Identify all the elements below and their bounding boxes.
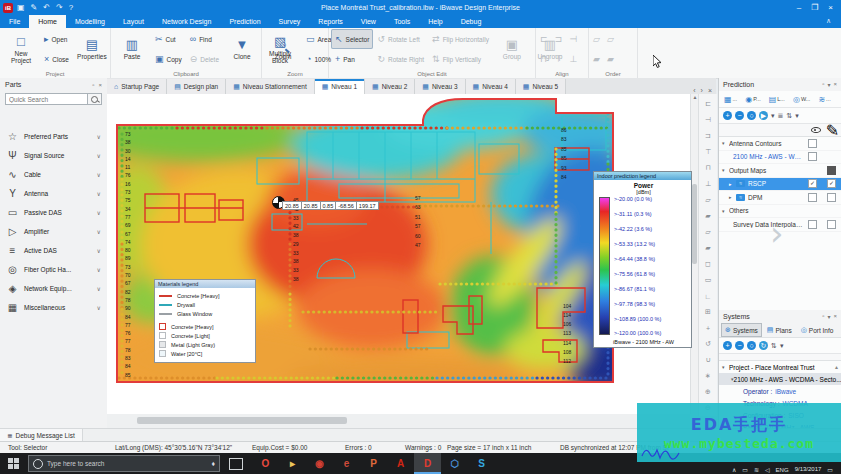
systems-tab[interactable]: ⊛Systems bbox=[721, 323, 762, 337]
ribbon-button[interactable]: ⊣ bbox=[567, 29, 582, 49]
search-icon[interactable] bbox=[88, 93, 102, 105]
ribbon-button[interactable]: ⊓ bbox=[538, 49, 553, 69]
ribbon-button[interactable]: ▱ bbox=[591, 29, 605, 49]
ribbon-button[interactable]: ⊖Delete bbox=[186, 49, 223, 69]
parts-search-input[interactable] bbox=[5, 93, 88, 105]
chevron-down-icon[interactable]: ∨ bbox=[97, 209, 101, 216]
side-toolbar-icon[interactable]: ∪ bbox=[705, 352, 710, 368]
side-toolbar-icon[interactable]: ⊣ bbox=[705, 112, 711, 128]
taskbar-app-icon[interactable]: ◉ bbox=[306, 453, 333, 474]
dropdown-icon[interactable]: ▾ bbox=[780, 342, 784, 350]
list-icon[interactable]: ≣ bbox=[778, 112, 784, 120]
ribbon-button[interactable]: ▱ bbox=[605, 29, 619, 49]
ribbon-button[interactable]: ⊐ bbox=[553, 29, 568, 49]
ribbon-button[interactable]: ▰ bbox=[591, 49, 605, 69]
parts-category-item[interactable]: ☆ Preferred Parts ∨ bbox=[0, 127, 107, 146]
prediction-toolbar-button[interactable]: ◎W... bbox=[790, 93, 813, 106]
ribbon-collapse-icon[interactable]: ∧ bbox=[826, 17, 839, 25]
edit-checkbox[interactable] bbox=[827, 220, 836, 229]
ribbon-button[interactable]: ∞Find bbox=[186, 29, 223, 49]
ribbon-button[interactable]: ↖Selector bbox=[331, 29, 373, 49]
tab-close-icon[interactable]: × bbox=[708, 87, 712, 94]
visibility-checkbox[interactable] bbox=[808, 152, 817, 161]
menu-tab[interactable]: Prediction bbox=[220, 15, 269, 28]
ribbon-button[interactable]: ▣Group bbox=[493, 29, 531, 69]
materials-legend[interactable]: Materials legend Concrete [Heavy]Drywall… bbox=[154, 279, 256, 363]
document-tab[interactable]: ▦ Niveau 5 bbox=[516, 79, 566, 94]
add-icon[interactable]: + bbox=[723, 341, 732, 350]
taskbar-app-icon[interactable]: P bbox=[360, 453, 387, 474]
save-icon[interactable]: ▣ bbox=[17, 3, 25, 12]
visibility-checkbox[interactable] bbox=[808, 139, 817, 148]
document-tab[interactable]: ▦ Niveau 1 bbox=[315, 79, 365, 94]
close-icon[interactable]: × bbox=[833, 81, 837, 88]
ribbon-button[interactable]: ▰ bbox=[605, 49, 619, 69]
edit-checkbox[interactable] bbox=[827, 193, 836, 202]
ribbon-button[interactable]: ✂Cut bbox=[151, 29, 186, 49]
side-toolbar-icon[interactable]: ▱ bbox=[705, 224, 710, 240]
taskbar-app-icon[interactable]: ▸ bbox=[279, 453, 306, 474]
parts-category-item[interactable]: ≡ Active DAS ∨ bbox=[0, 241, 107, 260]
tab-scroll-left-icon[interactable]: ‹ bbox=[693, 87, 695, 94]
circle-icon[interactable]: ○ bbox=[747, 341, 756, 350]
menu-tab[interactable]: Debug bbox=[452, 15, 491, 28]
visibility-checkbox[interactable] bbox=[808, 193, 817, 202]
notification-icon[interactable]: ▭ bbox=[827, 466, 833, 473]
menu-tab[interactable]: Modelling bbox=[66, 15, 114, 28]
battery-icon[interactable]: ▭ bbox=[742, 466, 748, 473]
ribbon-button[interactable]: ○Zoom bbox=[264, 29, 302, 69]
taskbar-search[interactable]: Type here to search ♦ bbox=[28, 455, 220, 472]
save-as-icon[interactable]: ✎ bbox=[31, 3, 38, 12]
ribbon-button[interactable]: ↺Rotate Left bbox=[373, 29, 428, 49]
document-tab[interactable]: ▦ Niveau 4 bbox=[466, 79, 516, 94]
ribbon-button[interactable]: ▣Copy bbox=[151, 49, 186, 69]
tree-item-project[interactable]: ▾Project - Place Montreal Trust▲ bbox=[719, 361, 841, 373]
document-tab[interactable]: ▤ Design plan bbox=[167, 79, 226, 94]
prediction-toolbar-button[interactable]: ▤L... bbox=[766, 93, 788, 106]
pin-icon[interactable]: ▾ bbox=[827, 81, 830, 88]
tree-group-output-maps[interactable]: ▾Output Maps bbox=[719, 164, 841, 178]
network-icon[interactable]: ≋ bbox=[754, 466, 759, 473]
close-icon[interactable]: × bbox=[98, 82, 102, 88]
float-icon[interactable]: ▫ bbox=[822, 81, 824, 88]
edit-checkbox[interactable] bbox=[827, 166, 836, 175]
ribbon-button[interactable]: ⊤ bbox=[553, 49, 568, 69]
help-icon[interactable]: ? bbox=[69, 3, 73, 12]
side-toolbar-icon[interactable]: + bbox=[706, 320, 710, 336]
canvas-horizontal-scrollbar[interactable] bbox=[107, 414, 690, 428]
menu-tab[interactable]: Reports bbox=[309, 15, 352, 28]
prediction-legend[interactable]: Indoor prediction legend Power [dBm] >-2… bbox=[593, 171, 692, 348]
menu-tab[interactable]: Home bbox=[29, 15, 66, 28]
tree-item-sector[interactable]: ▾2100 MHz - AWS - WCDMA - Secto... bbox=[719, 373, 841, 385]
visibility-checkbox[interactable] bbox=[808, 179, 817, 188]
microphone-icon[interactable]: ♦ bbox=[211, 460, 215, 467]
pin-icon[interactable]: ▫ bbox=[92, 82, 94, 88]
menu-tab[interactable]: Help bbox=[419, 15, 451, 28]
taskbar-app-icon[interactable]: A bbox=[387, 453, 414, 474]
ribbon-button[interactable]: +Pan bbox=[331, 49, 373, 69]
run-prediction-icon[interactable]: ▶ bbox=[759, 111, 768, 120]
ribbon-button[interactable]: ↻Rotate Right bbox=[373, 49, 428, 69]
parts-category-item[interactable]: ◎ Fiber Optic Ha... ∨ bbox=[0, 260, 107, 279]
close-icon[interactable]: × bbox=[833, 313, 837, 320]
side-toolbar-icon[interactable]: ▱ bbox=[705, 192, 710, 208]
parts-category-item[interactable]: ◈ Network Equip... ∨ bbox=[0, 279, 107, 298]
clock-date[interactable]: 9/13/2017 bbox=[795, 466, 822, 473]
systems-tab[interactable]: ◎Port Info bbox=[797, 323, 838, 337]
side-toolbar-icon[interactable]: ↺ bbox=[705, 336, 711, 352]
chevron-down-icon[interactable]: ∨ bbox=[97, 247, 101, 254]
ribbon-button[interactable]: ⊏ bbox=[538, 29, 553, 49]
prediction-toolbar-button[interactable]: ≋... bbox=[815, 93, 833, 106]
chevron-down-icon[interactable]: ∨ bbox=[97, 133, 101, 140]
document-tab[interactable]: ▦ Niveau Stationnement bbox=[226, 79, 315, 94]
ribbon-button[interactable]: ×Close bbox=[40, 49, 73, 69]
circle-icon[interactable]: ○ bbox=[747, 111, 756, 120]
remove-icon[interactable]: − bbox=[735, 341, 744, 350]
taskbar-app-icon[interactable]: S bbox=[468, 453, 495, 474]
ribbon-button[interactable]: ▸Open bbox=[40, 29, 73, 49]
tree-item-output-map-selected[interactable]: ▸≈RSCP bbox=[719, 178, 841, 192]
side-toolbar-icon[interactable]: ▰ bbox=[705, 240, 710, 256]
ribbon-button[interactable]: ▤Properties bbox=[73, 29, 111, 69]
chevron-down-icon[interactable]: ∨ bbox=[97, 266, 101, 273]
add-icon[interactable]: + bbox=[723, 111, 732, 120]
